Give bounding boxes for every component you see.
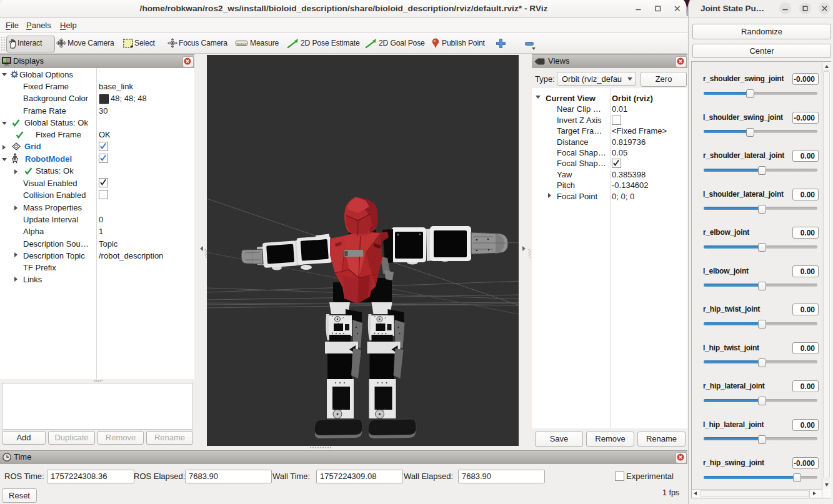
svg-text:R: R: [13, 157, 16, 161]
